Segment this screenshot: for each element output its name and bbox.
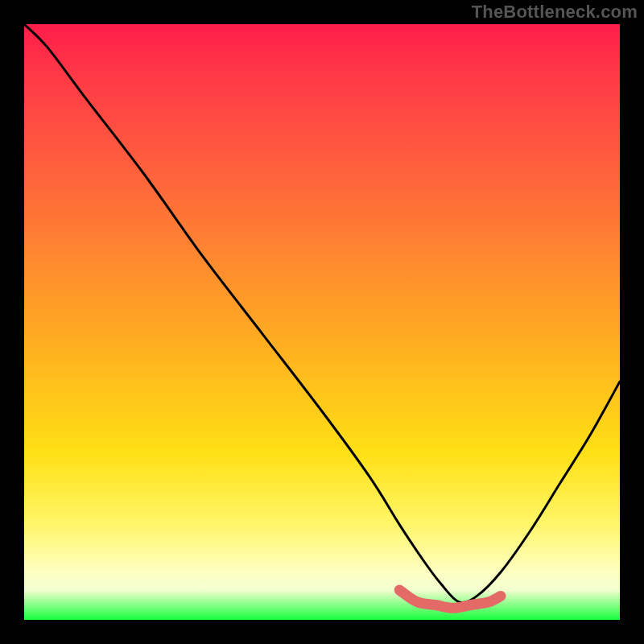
curve-layer [24, 24, 620, 620]
watermark-text: TheBottleneck.com [472, 2, 638, 23]
chart-stage: TheBottleneck.com [0, 0, 644, 644]
plot-area [24, 24, 620, 620]
bottleneck-curve [24, 24, 620, 603]
optimal-region-marker [399, 590, 501, 608]
